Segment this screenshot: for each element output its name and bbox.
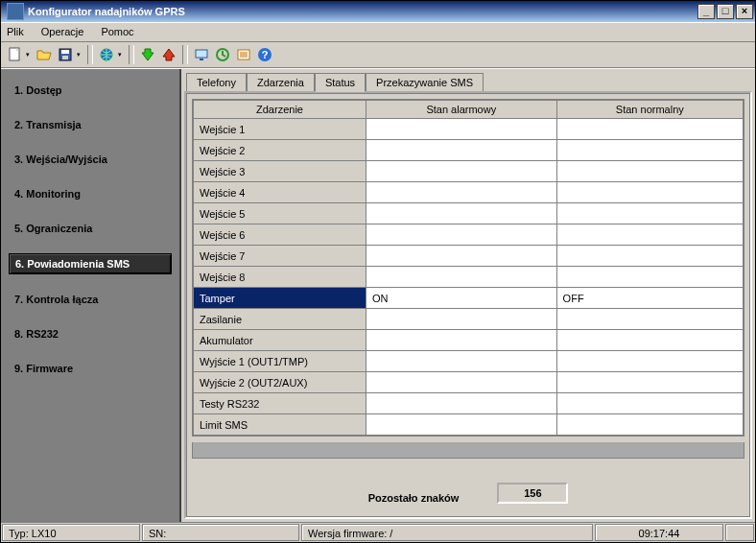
sidebar-item-6[interactable]: 7. Kontrola łącza: [9, 290, 172, 309]
events-icon[interactable]: [234, 45, 253, 64]
sidebar-item-7[interactable]: 8. RS232: [9, 324, 172, 343]
cell-normal[interactable]: OFF: [556, 288, 743, 309]
close-button[interactable]: ×: [736, 4, 753, 19]
monitor-icon[interactable]: [192, 45, 211, 64]
menu-operations[interactable]: Operacje: [41, 26, 84, 37]
sidebar-item-8[interactable]: 9. Firmware: [9, 359, 172, 378]
tab-3[interactable]: Przekazywanie SMS: [366, 73, 484, 91]
cell-alarm[interactable]: [366, 309, 557, 330]
menubar: Plik Operacje Pomoc: [1, 22, 755, 42]
minimize-button[interactable]: _: [697, 4, 715, 19]
cell-alarm[interactable]: [366, 372, 557, 393]
row-label[interactable]: Zasilanie: [194, 309, 366, 330]
save-dropdown[interactable]: ▾: [75, 45, 82, 64]
table-row[interactable]: Akumulator: [194, 330, 744, 351]
help-icon[interactable]: ?: [255, 45, 274, 64]
row-label[interactable]: Wyjście 1 (OUT1/TMP): [194, 351, 366, 372]
tab-2[interactable]: Status: [315, 73, 366, 92]
cell-alarm[interactable]: [366, 161, 557, 182]
table-row[interactable]: Wejście 7: [194, 246, 744, 267]
upload-red-icon[interactable]: [159, 45, 178, 64]
sidebar-item-5[interactable]: 6. Powiadomienia SMS: [9, 253, 172, 274]
download-green-icon[interactable]: [138, 45, 157, 64]
menu-file[interactable]: Plik: [7, 26, 24, 37]
svg-marker-7: [142, 49, 154, 60]
sidebar-item-2[interactable]: 3. Wejścia/Wyjścia: [9, 150, 172, 169]
row-label[interactable]: Wejście 1: [194, 119, 366, 140]
cell-normal[interactable]: [556, 267, 743, 288]
new-dropdown[interactable]: ▾: [24, 45, 31, 64]
row-label[interactable]: Akumulator: [194, 330, 366, 351]
sidebar-item-4[interactable]: 5. Ograniczenia: [9, 219, 172, 238]
cell-normal[interactable]: [556, 161, 743, 182]
col-event[interactable]: Zdarzenie: [194, 101, 366, 119]
sidebar: 1. Dostęp2. Transmisja3. Wejścia/Wyjścia…: [1, 69, 181, 522]
table-row[interactable]: Wejście 1: [194, 119, 744, 140]
table-row[interactable]: Wyjście 2 (OUT2/AUX): [194, 372, 744, 393]
col-normal[interactable]: Stan normalny: [556, 101, 743, 119]
table-row[interactable]: Wejście 3: [194, 161, 744, 182]
row-label[interactable]: Wejście 7: [194, 246, 366, 267]
cell-normal[interactable]: [556, 203, 743, 224]
table-row[interactable]: Wyjście 1 (OUT1/TMP): [194, 351, 744, 372]
row-label[interactable]: Wejście 3: [194, 161, 366, 182]
cell-alarm[interactable]: [366, 393, 557, 414]
cell-alarm[interactable]: [366, 267, 557, 288]
tab-0[interactable]: Telefony: [186, 73, 247, 91]
cell-alarm[interactable]: [366, 140, 557, 161]
table-row[interactable]: Limit SMS: [194, 414, 744, 436]
row-label[interactable]: Tamper: [194, 288, 366, 309]
cell-normal[interactable]: [556, 182, 743, 203]
table-row[interactable]: Wejście 4: [194, 182, 744, 203]
row-label[interactable]: Wejście 2: [194, 140, 366, 161]
maximize-button[interactable]: □: [717, 4, 734, 19]
cell-normal[interactable]: [556, 246, 743, 267]
new-file-icon[interactable]: [5, 45, 24, 64]
cell-normal[interactable]: [556, 119, 743, 140]
cell-alarm[interactable]: [366, 224, 557, 246]
table-row[interactable]: Wejście 2: [194, 140, 744, 161]
cell-normal[interactable]: [556, 414, 743, 436]
table-row[interactable]: Zasilanie: [194, 309, 744, 330]
cell-normal[interactable]: [556, 224, 743, 246]
save-icon[interactable]: [56, 45, 75, 64]
cell-normal[interactable]: [556, 351, 743, 372]
cell-alarm[interactable]: [366, 246, 557, 267]
sidebar-item-0[interactable]: 1. Dostęp: [9, 81, 172, 100]
row-label[interactable]: Wejście 4: [194, 182, 366, 203]
sidebar-item-3[interactable]: 4. Monitoring: [9, 184, 172, 203]
sidebar-item-1[interactable]: 2. Transmisja: [9, 115, 172, 134]
cell-normal[interactable]: [556, 140, 743, 161]
history-icon[interactable]: [213, 45, 232, 64]
cell-normal[interactable]: [556, 393, 743, 414]
globe-dropdown[interactable]: ▾: [116, 45, 123, 64]
row-label[interactable]: Wejście 6: [194, 224, 366, 246]
cell-normal[interactable]: [556, 372, 743, 393]
titlebar: Konfigurator nadajników GPRS _ □ ×: [1, 1, 755, 22]
tabstrip: TelefonyZdarzeniaStatusPrzekazywanie SMS: [184, 72, 752, 91]
cell-alarm[interactable]: [366, 330, 557, 351]
table-row[interactable]: Wejście 5: [194, 203, 744, 224]
row-label[interactable]: Limit SMS: [194, 414, 366, 436]
table-row[interactable]: Wejście 6: [194, 224, 744, 246]
table-row[interactable]: Testy RS232: [194, 393, 744, 414]
cell-normal[interactable]: [556, 309, 743, 330]
cell-normal[interactable]: [556, 330, 743, 351]
cell-alarm[interactable]: [366, 119, 557, 140]
col-alarm[interactable]: Stan alarmowy: [366, 101, 557, 119]
row-label[interactable]: Wejście 5: [194, 203, 366, 224]
table-row[interactable]: Wejście 8: [194, 267, 744, 288]
cell-alarm[interactable]: [366, 414, 557, 436]
cell-alarm[interactable]: [366, 351, 557, 372]
globe-icon[interactable]: [97, 45, 116, 64]
row-label[interactable]: Testy RS232: [194, 393, 366, 414]
tab-1[interactable]: Zdarzenia: [247, 73, 315, 91]
row-label[interactable]: Wyjście 2 (OUT2/AUX): [194, 372, 366, 393]
cell-alarm[interactable]: ON: [366, 288, 557, 309]
row-label[interactable]: Wejście 8: [194, 267, 366, 288]
table-row[interactable]: TamperONOFF: [194, 288, 744, 309]
menu-help[interactable]: Pomoc: [101, 26, 133, 37]
open-file-icon[interactable]: [35, 45, 54, 64]
cell-alarm[interactable]: [366, 182, 557, 203]
cell-alarm[interactable]: [366, 203, 557, 224]
